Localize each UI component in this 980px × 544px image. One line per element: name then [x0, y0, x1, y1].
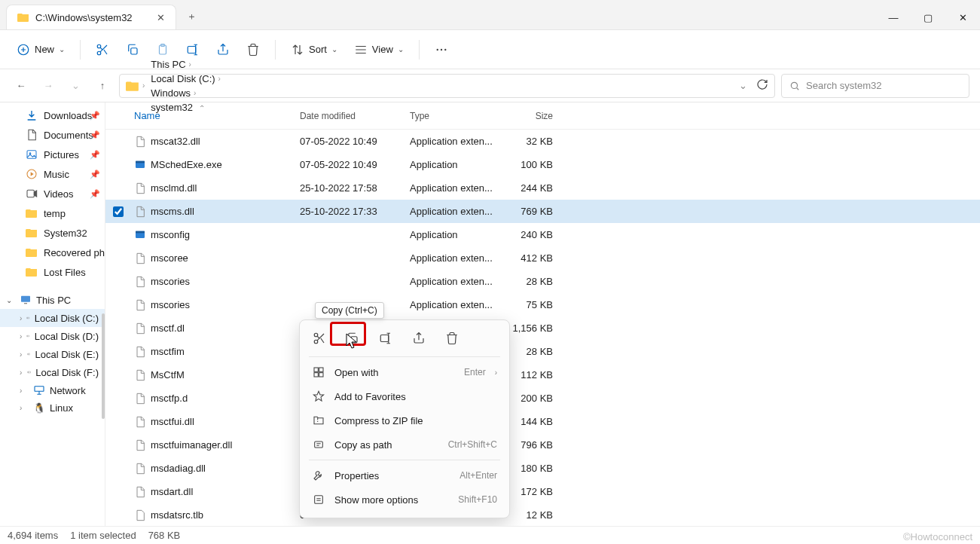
ctx-share-button[interactable] — [410, 329, 428, 347]
file-row[interactable]: msdart.dll 07-05-2022 10:49 Application … — [105, 480, 980, 503]
minimize-button[interactable]: — — [876, 5, 911, 29]
close-button[interactable]: ✕ — [945, 5, 980, 29]
file-date: 25-10-2022 17:33 — [300, 206, 410, 217]
drive-icon — [27, 366, 31, 378]
column-name[interactable]: Name⌃ — [134, 110, 300, 121]
svg-rect-38 — [315, 442, 323, 448]
recent-button[interactable]: ⌄ — [65, 75, 86, 96]
file-row[interactable]: mscoree Application exten... 412 KB — [105, 246, 980, 270]
ctx-item-label: Properties — [334, 470, 450, 481]
file-row[interactable]: msdatsrc.tlb 07-05-2022 10:50 TLB File 1… — [105, 503, 980, 526]
ctx-rename-button[interactable] — [377, 329, 395, 347]
delete-button[interactable] — [240, 38, 266, 61]
sidebar-drive[interactable]: ›Local Disk (D:) — [0, 327, 105, 345]
file-name: mscms.dll — [151, 206, 194, 217]
file-row[interactable]: mscms.dll 25-10-2022 17:33 Application e… — [105, 200, 980, 223]
watermark: ©Howtoconnect — [903, 531, 972, 542]
svg-point-1 — [97, 44, 101, 48]
ctx-item[interactable]: Copy as path Ctrl+Shift+C — [303, 432, 506, 457]
ctx-item[interactable]: Open with Enter › — [303, 360, 506, 384]
ctx-cut-button[interactable] — [310, 329, 328, 347]
sort-button[interactable]: Sort ⌄ — [285, 38, 343, 61]
tab-active[interactable]: C:\Windows\system32 ✕ — [6, 5, 176, 29]
file-type: Application — [410, 229, 500, 240]
up-button[interactable]: ↑ — [92, 75, 113, 96]
file-row[interactable]: msctfuimanager.dll 25-10-2022 17:35 Appl… — [105, 433, 980, 457]
star-icon — [312, 390, 325, 403]
column-type[interactable]: Type — [410, 111, 500, 121]
file-row[interactable]: MsCtfM Application exten... 112 KB — [105, 363, 980, 387]
file-size: 28 KB — [500, 276, 553, 287]
ctx-item-label: Show more options — [334, 494, 449, 506]
breadcrumb[interactable]: › This PC ›Local Disk (C:) ›Windows ›sys… — [119, 74, 775, 98]
sidebar-item[interactable]: Music📌 — [0, 164, 105, 184]
search-box[interactable]: Search system32 — [781, 74, 969, 98]
row-checkbox[interactable] — [113, 206, 124, 217]
chevron-down-icon[interactable]: ⌄ — [739, 80, 747, 91]
sidebar-item[interactable]: Downloads📌 — [0, 105, 105, 125]
cut-button[interactable] — [90, 38, 115, 61]
view-button[interactable]: View ⌄ — [348, 38, 410, 61]
forward-button[interactable]: → — [38, 75, 59, 96]
file-icon — [134, 276, 146, 288]
sidebar-drive[interactable]: ›Local Disk (E:) — [0, 345, 105, 363]
ctx-item[interactable]: Add to Favorites — [303, 384, 506, 408]
sidebar-item[interactable]: Videos📌 — [0, 184, 105, 203]
file-size: 75 KB — [500, 299, 553, 310]
sidebar-item[interactable]: Pictures📌 — [0, 145, 105, 164]
file-row[interactable]: msctfui.dll 07-05-2022 10:49 Application… — [105, 410, 980, 433]
new-tab-button[interactable]: ＋ — [178, 4, 206, 29]
back-button[interactable]: ← — [11, 75, 32, 96]
file-row[interactable]: msconfig Application 240 KB — [105, 223, 980, 246]
file-row[interactable]: msclmd.dll 25-10-2022 17:58 Application … — [105, 176, 980, 200]
file-name: msdadiag.dll — [151, 463, 206, 474]
ctx-delete-button[interactable] — [443, 329, 461, 347]
file-row[interactable]: MSchedExe.exe 07-05-2022 10:49 Applicati… — [105, 153, 980, 176]
ctx-item[interactable]: Compress to ZIP file — [303, 408, 506, 432]
sidebar-item[interactable]: System32 — [0, 223, 105, 243]
folder-icon — [26, 227, 38, 239]
svg-rect-14 — [27, 190, 34, 197]
file-row[interactable]: mscat32.dll 07-05-2022 10:49 Application… — [105, 130, 980, 153]
share-icon — [216, 43, 230, 57]
file-row[interactable]: msctfim IME File 28 KB — [105, 340, 980, 363]
sidebar-network[interactable]: › Network — [0, 381, 105, 399]
column-date[interactable]: Date modified — [300, 111, 410, 121]
paste-button[interactable] — [150, 38, 176, 61]
copy-icon — [126, 43, 139, 57]
sidebar-item[interactable]: temp — [0, 203, 105, 223]
sidebar-drive[interactable]: ›Local Disk (C:) — [0, 309, 105, 327]
file-icon — [134, 463, 146, 475]
file-row[interactable]: msdadiag.dll 25-10-2022 17:30 Applicatio… — [105, 457, 980, 480]
file-row[interactable]: mscories Application exten... 28 KB — [105, 270, 980, 293]
sidebar-linux[interactable]: › 🐧 Linux — [0, 399, 105, 417]
file-type: Application exten... — [410, 299, 500, 310]
ctx-item[interactable]: Show more options Shift+F10 — [303, 487, 506, 512]
sidebar-item-label: Documents — [44, 130, 93, 141]
chevron-down-icon: ⌄ — [59, 45, 65, 53]
chevron-right-icon: › — [218, 75, 221, 83]
svg-rect-25 — [35, 387, 44, 392]
sidebar-item[interactable]: Documents📌 — [0, 125, 105, 145]
crumb[interactable]: Windows › — [148, 86, 224, 100]
new-button[interactable]: New ⌄ — [11, 38, 71, 61]
file-row[interactable]: msctf.dl Application exten... 1,156 KB — [105, 316, 980, 340]
ctx-item-label: Open with — [334, 367, 455, 378]
crumb[interactable]: Local Disk (C:) › — [148, 72, 224, 86]
sidebar-thispc[interactable]: ⌄ This PC — [0, 291, 105, 309]
column-size[interactable]: Size — [500, 111, 553, 121]
tab-close-icon[interactable]: ✕ — [157, 12, 165, 23]
copy-button[interactable] — [120, 38, 145, 61]
sidebar-item[interactable]: Recovered ph — [0, 243, 105, 262]
file-row[interactable]: mscories Application exten... 75 KB — [105, 293, 980, 316]
maximize-button[interactable]: ▢ — [911, 5, 945, 29]
svg-point-9 — [444, 48, 446, 50]
more-button[interactable] — [429, 38, 454, 61]
refresh-button[interactable] — [756, 78, 768, 93]
sort-indicator-icon: ⌃ — [199, 104, 205, 112]
ctx-item[interactable]: Properties Alt+Enter — [303, 463, 506, 487]
network-icon — [33, 384, 45, 396]
sidebar-item[interactable]: Lost Files — [0, 262, 105, 282]
file-row[interactable]: msctfp.d Application exten... 200 KB — [105, 387, 980, 410]
sidebar-drive[interactable]: ›Local Disk (F:) — [0, 363, 105, 381]
